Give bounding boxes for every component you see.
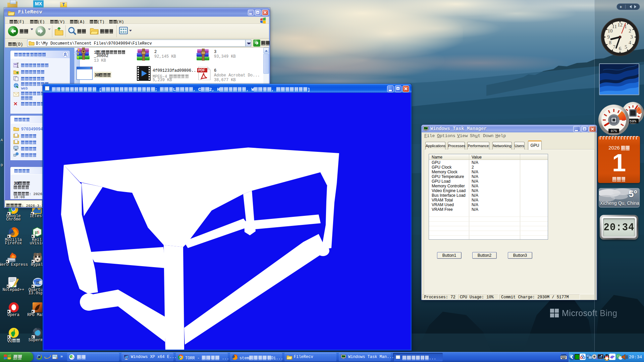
- svg-text:9: 9: [607, 34, 610, 40]
- svg-text:59%: 59%: [630, 119, 636, 123]
- svg-text:11: 11: [612, 24, 617, 29]
- svg-text:8: 8: [609, 40, 611, 45]
- svg-text:2: 2: [629, 28, 631, 34]
- svg-text:PDF: PDF: [198, 68, 205, 72]
- svg-text:7: 7: [613, 44, 615, 50]
- svg-text:II: II: [36, 280, 40, 285]
- svg-text:5: 5: [37, 230, 39, 235]
- svg-text:07%: 07%: [611, 129, 617, 133]
- svg-text:4: 4: [629, 40, 631, 45]
- svg-text:6: 6: [619, 46, 622, 51]
- svg-text:5: 5: [625, 44, 627, 50]
- svg-text:3: 3: [630, 34, 633, 40]
- svg-text:12: 12: [618, 22, 623, 27]
